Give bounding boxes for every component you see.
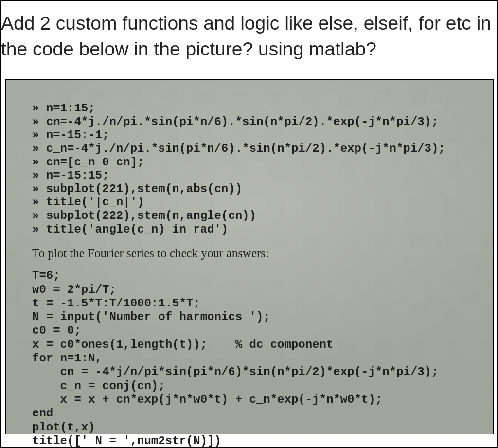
question-text: Add 2 custom functions and logic like el…: [1, 11, 494, 62]
instruction-caption: To plot the Fourier series to check your…: [32, 247, 488, 260]
question-section: Add 2 custom functions and logic like el…: [1, 1, 497, 76]
matlab-code-block-2: T=6; w0 = 2*pi/T; t = -1.5*T:T/1000:1.5*…: [32, 269, 488, 448]
matlab-code-block-1: » n=1:15; » cn=-4*j./n/pi.*sin(pi*n/6).*…: [32, 102, 488, 236]
code-screenshot: » n=1:15; » cn=-4*j./n/pi.*sin(pi*n/6).*…: [5, 79, 494, 434]
